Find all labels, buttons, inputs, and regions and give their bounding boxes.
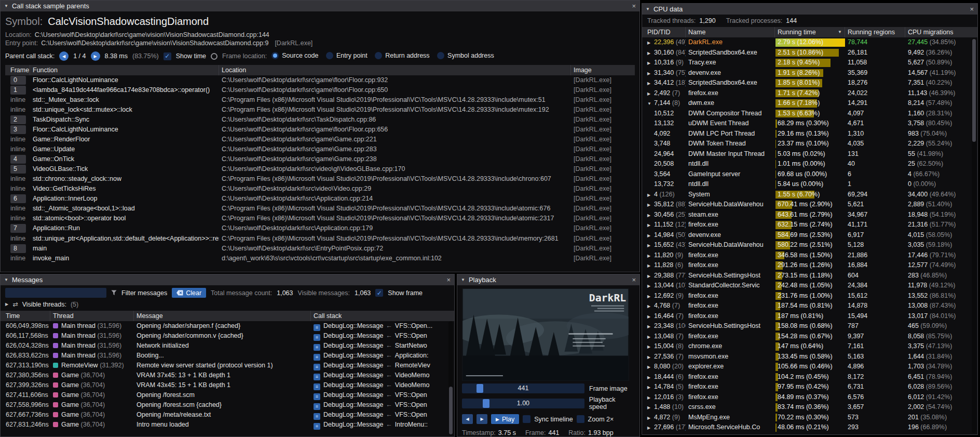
expand-icon[interactable]: ▶	[5, 302, 8, 307]
cpu-row[interactable]: ▶15,004 (8) chrome.exe 147 ms (0.64%) 7,…	[642, 341, 977, 352]
callstack-row[interactable]: 3 Floor::CalcLightNoLuminance C:\Users\w…	[5, 125, 635, 135]
message-row[interactable]: 606,117,568ns Main thread (31,596) Openi…	[1, 331, 454, 341]
cpu-row[interactable]: ▶14,984 (50) devenv.exe 584.69 ms (2.53%…	[642, 230, 977, 241]
clear-button[interactable]: Clear	[172, 288, 206, 298]
cpu-row[interactable]: ▶27,536 (7) msvsmon.exe 133.45 ms (0.58%…	[642, 352, 977, 362]
callstack-row[interactable]: 7 Application::Run C:\Users\wolf\Desktop…	[5, 223, 635, 233]
close-icon[interactable]: ×	[446, 276, 451, 283]
cpu-row[interactable]: ▶27,696 (17) Microsoft.ServiceHub.Co 48.…	[642, 422, 977, 433]
message-callstack[interactable]: ≡DebugLog::Message←VFS::Open	[311, 390, 454, 400]
scrollbar-vertical[interactable]	[448, 321, 453, 435]
zoom-2x-checkbox[interactable]: ✓	[577, 415, 584, 423]
cpu-row[interactable]: ▶22,396 (49) DarkRL.exe 2.79 s (12.06%) …	[642, 37, 977, 48]
cpu-row[interactable]: 3,564 GameInput server 69.68 us (0.00%) …	[642, 169, 977, 180]
expand-icon[interactable]: ▶	[647, 413, 654, 423]
step-forward-button[interactable]: ▶	[477, 414, 487, 424]
frame-location-radio[interactable]: Source code	[271, 52, 318, 59]
prev-callstack-button[interactable]: ◀	[59, 51, 69, 61]
frame-image-slider[interactable]: 441	[462, 383, 584, 393]
message-callstack[interactable]: ≡DebugLog::Message←RemoteViev	[311, 361, 454, 370]
expand-icon[interactable]: ▶	[647, 69, 654, 78]
cpu-row[interactable]: ▶8,080 (20) explorer.exe 105.66 ms (0.46…	[642, 362, 977, 372]
cpu-row[interactable]: ▶13,044 (10) StandardCollector.Servic 24…	[642, 281, 977, 291]
callstack-row[interactable]: inline std::_Mutex_base::lock C:\Program…	[5, 95, 635, 105]
callstack-row[interactable]: inline invoke_main d:\agent\_work\63\s\s…	[5, 254, 635, 263]
cpu-row[interactable]: 13,732 ntdll.dll 5.84 us (0.00%) 1 0 (0.…	[642, 179, 977, 190]
cpu-row[interactable]: ▶30,456 (25) steam.exe 643.61 ms (2.79%)…	[642, 210, 977, 220]
cpu-row[interactable]: ▶2,492 (7) firefox.exe 1.71 s (7.42%) 24…	[642, 88, 977, 99]
message-callstack[interactable]: ≡DebugLog::Message←Application:	[311, 351, 454, 361]
message-row[interactable]: 627,411,606ns Game (36,704) Opening /for…	[1, 390, 454, 400]
expand-icon[interactable]: ▶	[647, 190, 654, 200]
cpu-row[interactable]: 20,508 ntdll.dll 1.01 ms (0.00%) 40 25 (…	[642, 159, 977, 169]
message-row[interactable]: 627,831,246ns Game (36,704) Intro menu l…	[1, 420, 454, 430]
expand-icon[interactable]: ▶	[647, 332, 654, 342]
close-icon[interactable]: ×	[970, 6, 974, 12]
expand-icon[interactable]: ▶	[647, 352, 654, 362]
message-callstack[interactable]: ≡DebugLog::Message←VFS::Open	[311, 410, 454, 420]
playback-speed-slider[interactable]: 1.00	[462, 399, 584, 408]
cpu-row[interactable]: 10,512 DWM Compositor Thread 1.53 s (6.6…	[642, 109, 977, 119]
cpu-row[interactable]: ▼7,144 (8) dwm.exe 1.66 s (7.18%) 14,291…	[642, 98, 977, 109]
frame-location-radio[interactable]: Return address	[375, 52, 429, 59]
message-callstack[interactable]: ≡DebugLog::Message←VFS::Open	[311, 400, 454, 410]
expand-icon[interactable]: ▶	[647, 301, 654, 311]
cpu-row[interactable]: ▶12,692 (9) firefox.exe 231.76 ms (1.00%…	[642, 291, 977, 301]
expand-icon[interactable]: ▶	[647, 382, 654, 392]
callstack-row[interactable]: 0 Floor::CalcLightNoLuminance C:\Users\w…	[5, 75, 635, 85]
callstack-row[interactable]: 5 VideoGLBase::Tick C:\Users\wolf\Deskto…	[5, 164, 635, 174]
cpu-row[interactable]: ▶15,652 (43) ServiceHub.DataWarehou 580.…	[642, 240, 977, 250]
message-callstack[interactable]: ≡DebugLog::Message←VideoMemo	[311, 370, 454, 380]
message-row[interactable]: 626,024,328ns Main thread (31,596) Netwo…	[1, 341, 454, 351]
expand-icon[interactable]: ▶	[647, 231, 654, 241]
cpu-row[interactable]: ▶16,464 (7) firefox.exe 187 ms (0.81%) 1…	[642, 311, 977, 322]
cpu-row[interactable]: ▶18,444 (6) firefox.exe 104.2 ms (0.45%)…	[642, 372, 977, 382]
message-row[interactable]: 626,833,622ns Main thread (31,596) Booti…	[1, 351, 454, 361]
cpu-row[interactable]: ▶1,488 (10) csrss.exe 83.74 ms (0.36%) 3…	[642, 402, 977, 413]
sync-timeline-checkbox[interactable]: ✓	[523, 415, 530, 423]
expand-icon[interactable]: ▶	[647, 241, 654, 250]
cpu-row[interactable]: ▶11,828 (6) firefox.exe 291.26 ms (1.26%…	[642, 260, 977, 271]
column-header-running-regions[interactable]: Running regions	[845, 27, 905, 37]
cpu-row[interactable]: ▶12,016 (3) firefox.exe 84.89 ms (0.37%)…	[642, 392, 977, 403]
expand-icon[interactable]: ▶	[647, 312, 654, 322]
cpu-row[interactable]: ▶4,768 (7) firefox.exe 187.54 ms (0.81%)…	[642, 301, 977, 311]
cpu-row[interactable]: ▶13,048 (7) firefox.exe 154.28 ms (0.67%…	[642, 332, 977, 342]
message-row[interactable]: 627,558,996ns Game (36,704) Opening /for…	[1, 400, 454, 410]
cpu-row[interactable]: ▶11,152 (12) firefox.exe 632.15 ms (2.74…	[642, 220, 977, 230]
message-row[interactable]: 627,667,736ns Game (36,704) Opening /met…	[1, 410, 454, 420]
expand-icon[interactable]: ▶	[647, 403, 654, 413]
next-callstack-button[interactable]: ▶	[91, 51, 100, 61]
callstack-row[interactable]: 1 <lambda_84a19dc444fae966ca174e83e708bd…	[5, 85, 635, 95]
cpu-row[interactable]: 13,132 uDWM Event Thread 68.29 ms (0.30%…	[642, 118, 977, 129]
cpu-row[interactable]: ▶23,348 (106) ServiceHub.SettingsHost 15…	[642, 321, 977, 332]
message-callstack[interactable]: ≡DebugLog::Message←IntroMenu::	[311, 420, 454, 430]
callstack-row[interactable]: inline Game::Update C:\Users\wolf\Deskto…	[5, 144, 635, 154]
callstack-row[interactable]: 8 main C:\Users\wolf\Desktop\darkrl\src\…	[5, 244, 635, 254]
expand-icon[interactable]: ▶	[647, 373, 654, 382]
show-time-checkbox[interactable]: ✓	[164, 52, 171, 60]
message-row[interactable]: 627,380,356ns Game (36,704) VRAM 37x45: …	[1, 370, 454, 380]
expand-icon[interactable]: ▶	[647, 48, 654, 58]
cpu-row[interactable]: 3,748 DWM Token Thread 23.37 ms (0.10%) …	[642, 139, 977, 149]
callstack-row[interactable]: inline std::unique_ptr<Application,std::…	[5, 233, 635, 244]
column-header-cpu-migrations[interactable]: CPU migrations	[905, 27, 977, 37]
callstack-row[interactable]: inline std::chrono::steady_clock::now C:…	[5, 174, 635, 184]
message-callstack[interactable]: ≡DebugLog::Message←VFS::Open	[311, 331, 454, 341]
callstack-row[interactable]: inline Game::RenderFloor C:\Users\wolf\D…	[5, 135, 635, 144]
step-back-button[interactable]: ◀	[462, 414, 473, 424]
callstack-row[interactable]: 2 TaskDispatch::Sync C:\Users\wolf\Deskt…	[5, 115, 635, 125]
cpu-row[interactable]: 24,964 DWM Master Input Thread 5.03 ms (…	[642, 149, 977, 160]
expand-icon[interactable]: ▶	[647, 251, 654, 261]
message-callstack[interactable]: ≡DebugLog::Message←VideoMemo	[311, 380, 454, 390]
expand-icon[interactable]: ▶	[647, 38, 654, 48]
cpu-row[interactable]: ▶35,812 (88) ServiceHub.DataWarehou 670.…	[642, 200, 977, 210]
expand-icon[interactable]: ▶	[647, 58, 654, 68]
message-callstack[interactable]: ≡DebugLog::Message←VFS::Open...	[311, 321, 454, 331]
frame-location-radio[interactable]: Symbol address	[437, 52, 494, 59]
cpu-row[interactable]: ▶34,412 (18) ScriptedSandbox64.exe 1.85 …	[642, 78, 977, 88]
slider-grab[interactable]	[477, 384, 483, 393]
expand-icon[interactable]: ▶	[647, 292, 654, 301]
expand-icon[interactable]: ▶	[647, 200, 654, 210]
expand-icon[interactable]: ▶	[647, 322, 654, 332]
